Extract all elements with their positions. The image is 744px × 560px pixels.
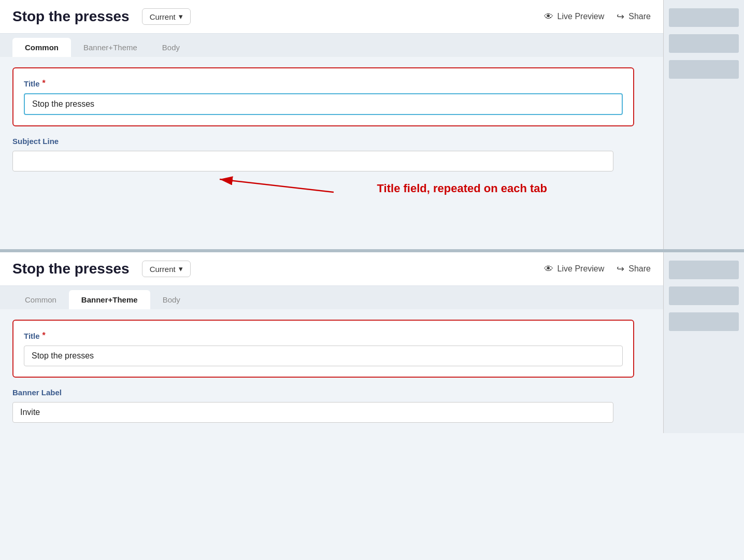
subject-label-top: Subject Line xyxy=(12,137,634,146)
current-dropdown-top[interactable]: Current ▾ xyxy=(142,8,191,25)
right-panel-top xyxy=(663,0,744,249)
page-title-top: Stop the presses xyxy=(12,8,130,25)
page-title-bottom: Stop the presses xyxy=(12,261,130,277)
tab-banner-theme-top[interactable]: Banner+Theme xyxy=(71,38,150,57)
eye-icon: 👁 xyxy=(544,11,553,22)
live-preview-button-bottom[interactable]: 👁 Live Preview xyxy=(544,264,605,275)
tab-body-bottom[interactable]: Body xyxy=(150,290,193,309)
header-actions-bottom: 👁 Live Preview ↪ Share xyxy=(544,263,651,275)
right-block-3-top xyxy=(669,60,739,79)
share-button-bottom[interactable]: ↪ Share xyxy=(617,263,651,275)
share-icon-bottom: ↪ xyxy=(617,263,624,275)
live-preview-label-top: Live Preview xyxy=(557,12,605,21)
right-block-2-top xyxy=(669,34,739,53)
right-panel-bottom xyxy=(663,252,744,433)
banner-label-label: Banner Label xyxy=(12,388,634,397)
required-star-top: * xyxy=(42,79,46,88)
chevron-down-icon-bottom: ▾ xyxy=(179,264,183,274)
tab-banner-theme-bottom[interactable]: Banner+Theme xyxy=(69,290,150,309)
banner-input-bottom[interactable] xyxy=(12,402,613,423)
current-dropdown-bottom[interactable]: Current ▾ xyxy=(142,261,191,277)
title-label-bottom: Title * xyxy=(24,331,623,340)
share-label-bottom: Share xyxy=(628,264,651,274)
svg-line-1 xyxy=(220,179,334,192)
right-block-3-bottom xyxy=(669,312,739,331)
annotation-text-top: Title field, repeated on each tab xyxy=(377,182,547,195)
share-icon: ↪ xyxy=(617,11,624,22)
title-form-card-top: Title * xyxy=(12,67,634,126)
tab-common-bottom[interactable]: Common xyxy=(12,290,69,309)
header-actions-top: 👁 Live Preview ↪ Share xyxy=(544,11,651,22)
current-dropdown-label: Current xyxy=(150,12,176,21)
right-block-1-top xyxy=(669,8,739,27)
arrow-svg-top xyxy=(12,171,427,239)
required-star-bottom: * xyxy=(42,331,46,340)
title-form-card-bottom: Title * xyxy=(12,320,634,378)
header-top: Stop the presses Current ▾ 👁 Live Previe… xyxy=(0,0,663,34)
tab-body-top[interactable]: Body xyxy=(150,38,192,57)
tabs-bottom: Common Banner+Theme Body xyxy=(0,286,663,309)
chevron-down-icon: ▾ xyxy=(179,12,183,21)
tab-common-top[interactable]: Common xyxy=(12,38,71,57)
banner-label-section: Banner Label xyxy=(12,388,634,423)
share-label-top: Share xyxy=(628,12,651,21)
title-label-top: Title * xyxy=(24,79,623,88)
eye-icon-bottom: 👁 xyxy=(544,264,553,275)
share-button-top[interactable]: ↪ Share xyxy=(617,11,651,22)
title-input-bottom[interactable] xyxy=(24,346,623,366)
title-input-top[interactable] xyxy=(24,93,623,115)
right-block-2-bottom xyxy=(669,286,739,305)
right-block-1-bottom xyxy=(669,261,739,279)
content-bottom: Title * Banner Label xyxy=(0,309,663,433)
header-bottom: Stop the presses Current ▾ 👁 Live Previe… xyxy=(0,252,663,286)
current-dropdown-label-bottom: Current xyxy=(150,265,176,274)
subject-input-top[interactable] xyxy=(12,151,613,171)
live-preview-label-bottom: Live Preview xyxy=(557,264,605,274)
subject-line-section-top: Subject Line xyxy=(12,137,634,171)
annotation-area-top: Title field, repeated on each tab xyxy=(12,171,651,239)
live-preview-button-top[interactable]: 👁 Live Preview xyxy=(544,11,605,22)
tabs-top: Common Banner+Theme Body xyxy=(0,34,663,57)
content-top: Title * Subject Line xyxy=(0,57,663,249)
